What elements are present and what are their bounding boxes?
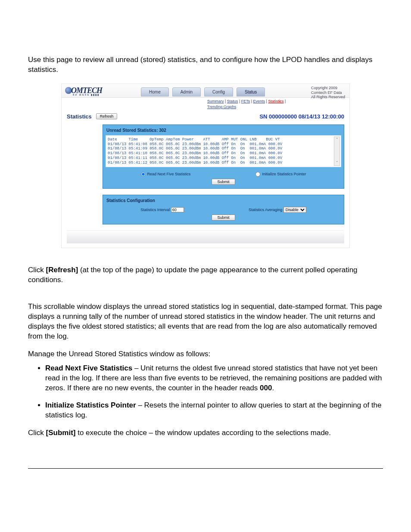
averaging-label: Statistics Averaging: [249, 208, 282, 212]
list-item: Read Next Five Statistics – Unit returns…: [45, 364, 383, 393]
logo: OMTECH EF DATA ▮▮▮▮: [65, 87, 102, 96]
footer-rule: [28, 468, 383, 469]
submit-button[interactable]: Submit: [212, 179, 235, 185]
subnav-trending[interactable]: Trending Graphs: [207, 105, 236, 109]
tab-config[interactable]: Config: [204, 87, 233, 97]
subnav-events[interactable]: Events: [253, 99, 265, 103]
interval-input[interactable]: [171, 207, 184, 212]
stats-row: 01/08/13 05:41:12 058.0C 065.0C 23.00dBm…: [108, 161, 339, 165]
list-item: Initialize Statistics Pointer – Resets t…: [45, 401, 383, 420]
radio-init-pointer-input[interactable]: [255, 172, 260, 177]
topbar: OMTECH EF DATA ▮▮▮▮ Home Admin Config St…: [62, 84, 349, 98]
stats-config-row: Statistics Interval Statistics Averaging…: [104, 204, 343, 214]
page-title: Statistics: [67, 113, 92, 121]
subnav-statistics[interactable]: Statistics: [268, 99, 283, 103]
main-tabs: Home Admin Config Status: [141, 87, 265, 97]
stats-row: 01/08/13 05:41:08 058.0C 065.0C 23.00dBm…: [108, 142, 339, 147]
copyright-text: Copyright 2009 Comtech EF Data All Right…: [311, 86, 345, 100]
stats-row: 01/08/13 05:41:11 058.0C 065.0C 23.00dBm…: [108, 156, 339, 161]
interval-label: Statistics Interval: [140, 208, 170, 212]
screenshot-panel: OMTECH EF DATA ▮▮▮▮ Home Admin Config St…: [61, 84, 350, 248]
stats-log-window: Date Time OpTemp AmpTem Power ATT AMP MU…: [106, 135, 341, 168]
stats-config-panel: Statistics Configuration Statistics Inte…: [103, 195, 344, 225]
radio-init-pointer[interactable]: Initialize Statistics Pointer: [255, 171, 306, 177]
logo-subtext: EF DATA ▮▮▮▮: [73, 93, 102, 96]
tab-admin[interactable]: Admin: [172, 87, 201, 97]
sub-nav: Summary | Status | FETs | Events | Stati…: [204, 98, 349, 110]
stats-table-header: Date Time OpTemp AmpTem Power ATT AMP MU…: [108, 137, 339, 142]
doc-paragraph: This scrollable window displays the unre…: [28, 302, 383, 342]
unread-stats-panel: Unread Stored Statistics: 302 Date Time …: [103, 124, 344, 188]
radio-read-next[interactable]: Read Next Five Statistics: [141, 171, 191, 177]
unread-stats-header: Unread Stored Statistics: 302: [104, 126, 343, 134]
subnav-summary[interactable]: Summary: [207, 99, 224, 103]
scroll-down-icon[interactable]: ˅: [334, 160, 339, 165]
gradient-strip: [67, 230, 344, 243]
doc-paragraph: Click [Refresh] (at the top of the page)…: [28, 265, 383, 285]
serial-number-line: SN 000000000 08/14/13 12:00:00: [259, 113, 344, 121]
refresh-button[interactable]: Refresh: [96, 113, 118, 119]
stats-row: 01/08/13 05:41:09 058.0C 065.0C 23.00dBm…: [108, 146, 339, 151]
stats-config-header: Statistics Configuration: [104, 196, 343, 205]
stats-action-radios: Read Next Five Statistics Initialize Sta…: [104, 170, 343, 177]
tab-home[interactable]: Home: [141, 87, 169, 97]
scroll-up-icon[interactable]: ˄: [334, 137, 339, 142]
doc-paragraph: Manage the Unread Stored Statistics wind…: [28, 349, 383, 359]
intro-paragraph: Use this page to review all unread (stor…: [28, 55, 383, 75]
stats-row: 01/08/13 05:41:10 058.0C 065.0C 23.00dBm…: [108, 151, 339, 156]
radio-read-next-input[interactable]: [141, 172, 146, 177]
subnav-status[interactable]: Status: [227, 99, 238, 103]
subnav-fets[interactable]: FETs: [241, 99, 250, 103]
tab-status[interactable]: Status: [237, 87, 265, 97]
scrollbar[interactable]: ˄ ˅: [334, 137, 340, 166]
title-bar: Statistics Refresh SN 000000000 08/14/13…: [62, 110, 349, 122]
submit-button-config[interactable]: Submit: [212, 215, 235, 221]
averaging-select[interactable]: Disable: [283, 207, 306, 213]
doc-paragraph: Click [Submit] to execute the choice – t…: [28, 428, 383, 438]
bullet-list: Read Next Five Statistics – Unit returns…: [45, 364, 383, 421]
